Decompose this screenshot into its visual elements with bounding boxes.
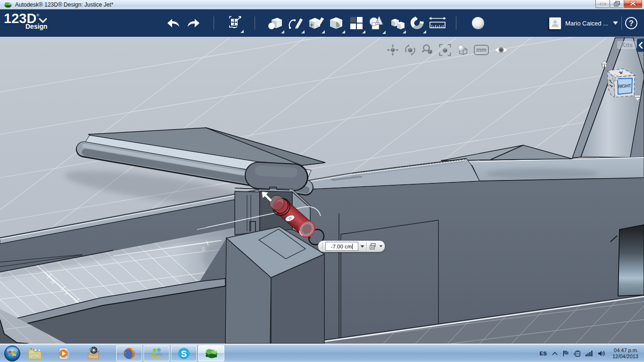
snap-tool-button[interactable] [408,9,426,37]
person-icon [551,19,560,28]
app-toolbar: 123D® Design [0,9,644,37]
chevron-up-icon [552,352,558,355]
pan-tool-button[interactable] [387,44,399,56]
pattern-tool-button[interactable] [347,9,365,37]
tray-date: 12/04/2013 [612,354,638,360]
zoom-icon [421,44,434,56]
logo-design: Design [25,23,48,30]
units-button[interactable]: mm [474,45,489,55]
viewcube-widget: RIGHT [599,59,644,103]
help-button[interactable]: ? [625,17,637,29]
extrude-mode-button[interactable] [368,242,378,251]
skype-icon: S [177,346,191,361]
orbit-tool-button[interactable] [404,44,416,56]
redo-icon [186,18,201,28]
dimension-input-pill: -7.00 cm [318,240,385,252]
visibility-button[interactable] [494,44,508,56]
speaker-icon [598,350,605,357]
display-material-button[interactable] [456,44,469,56]
firefox-taskbar-button[interactable] [116,345,142,362]
navigation-bar: mm [387,44,508,56]
chevron-down-icon [360,245,364,248]
zoom-tool-button[interactable] [421,44,434,56]
dropdown-caret-icon [301,30,305,33]
clock[interactable]: 04:47 p.m. 12/04/2013 [612,347,638,360]
combine-tool-button[interactable] [368,9,386,37]
user-menu-caret-icon [613,21,618,25]
construct-tool-button[interactable] [307,9,325,37]
window-title: Autodesk® 123D® Design: Justice Jet* [15,1,113,8]
redo-button[interactable] [185,9,202,37]
close-icon [624,0,642,7]
network-button[interactable] [586,350,593,356]
remove-hardware-button[interactable] [574,350,581,357]
minimize-button[interactable] [595,0,610,8]
ruler-icon [429,16,446,31]
show-hidden-icons-button[interactable] [552,352,558,355]
close-button[interactable] [624,0,642,8]
123d-app-icon [204,346,219,361]
text-caret [352,244,353,249]
messenger-icon [149,346,164,361]
dropdown-caret-icon [322,30,325,33]
sketch-icon [287,16,304,31]
app-menu-caret-icon[interactable] [39,18,47,24]
orbit-icon [404,44,416,56]
tray-time: 04:47 p.m. [612,347,638,354]
restore-button[interactable] [610,0,624,8]
signal-bars-icon [586,350,593,356]
game-box-taskbar-button[interactable] [84,345,103,362]
system-tray: ES [537,344,644,362]
kits-panel-tab[interactable]: Kits [617,41,636,49]
primitives-tool-button[interactable] [266,9,284,37]
dropdown-caret-icon [342,30,345,33]
scene-canvas[interactable]: 15 5 15 [0,37,644,344]
extrude-mode-caret-button[interactable] [378,242,384,251]
messenger-taskbar-button[interactable] [143,345,170,362]
undo-icon [166,18,181,28]
explorer-taskbar-button[interactable] [25,345,44,362]
language-indicator[interactable]: ES [537,349,550,358]
fuselage-deck[interactable] [467,157,644,181]
taskbar: S ES [0,344,644,362]
fit-view-button[interactable] [439,44,451,56]
media-player-taskbar-button[interactable] [55,345,74,362]
material-tool-button[interactable] [470,9,487,37]
dimension-dropdown-button[interactable] [358,242,366,251]
pattern-icon [349,16,364,31]
extrude-mode-icon [369,243,377,250]
combine-icon [368,15,385,31]
dropdown-caret-icon [362,30,365,33]
material-view-icon [456,44,469,56]
modify-tool-button[interactable] [327,9,345,37]
viewport-3d[interactable]: 15 5 15 [0,37,644,344]
dimension-input[interactable]: -7.00 cm [325,242,358,251]
home-button[interactable] [601,61,608,67]
viewcube[interactable]: RIGHT [607,69,635,97]
game-box-icon [86,346,100,361]
skype-taskbar-button[interactable]: S [171,345,197,362]
measure-tool-button[interactable] [428,9,447,37]
start-button[interactable] [3,345,22,362]
restore-icon [610,0,623,7]
primitives-icon [267,16,284,31]
title-bar[interactable]: Autodesk® 123D® Design: Justice Jet* [0,0,644,9]
viewcube-menu-button[interactable] [635,96,640,101]
panel-collapse-button[interactable] [637,39,644,52]
user-account-menu[interactable]: Mario Caiced ... [549,9,618,37]
action-center-button[interactable] [562,350,569,357]
volume-button[interactable] [598,350,605,357]
pill-grip[interactable] [322,243,323,249]
grouping-tool-button[interactable] [388,9,406,37]
transform-tool-button[interactable] [227,9,244,37]
dropdown-caret-icon [281,30,284,33]
dropdown-caret-icon [240,30,244,33]
viewcube-corner[interactable] [612,74,618,81]
undo-button[interactable] [165,9,182,37]
construct-icon [307,16,324,31]
transform-move-icon [228,15,243,31]
123d-design-taskbar-button[interactable] [198,345,224,362]
sketch-tool-button[interactable] [287,9,305,37]
dimension-separator [366,243,367,250]
dropdown-caret-icon [423,30,426,33]
